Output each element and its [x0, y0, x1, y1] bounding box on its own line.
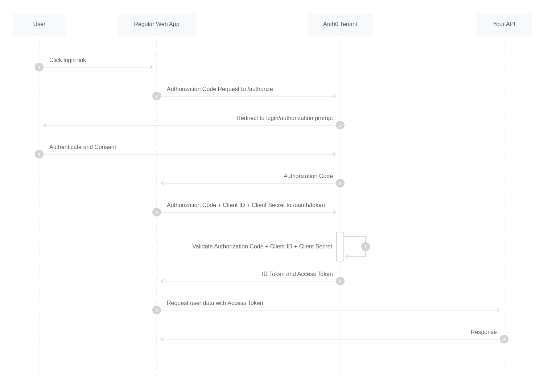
message-label-step-4: Authenticate and Consent [49, 144, 116, 150]
message-label-step-5: Authorization Code [284, 173, 333, 179]
message-label-step-9: Request user data with Access Token [167, 300, 263, 306]
svg-text:10: 10 [502, 337, 506, 341]
svg-text:8: 8 [339, 279, 341, 283]
svg-text:5: 5 [339, 181, 341, 185]
lane-label-api: Your API [493, 21, 515, 27]
lane-label-auth0: Auth0 Tenant [323, 21, 358, 27]
svg-text:7: 7 [364, 244, 367, 249]
svg-text:1: 1 [38, 65, 40, 69]
svg-text:6: 6 [156, 210, 158, 214]
message-label-step-8: ID Token and Access Token [262, 271, 333, 277]
message-label-step-3: Redirect to login/authorization prompt [236, 115, 333, 121]
sequence-diagram: UserRegular Web AppAuth0 TenantYour API1… [0, 0, 544, 392]
svg-text:2: 2 [156, 94, 158, 98]
message-label-step-10: Response [471, 329, 497, 335]
svg-text:4: 4 [38, 152, 41, 156]
lane-label-webapp: Regular Web App [134, 21, 179, 27]
svg-text:9: 9 [156, 308, 158, 312]
message-label-step-7: Validate Authorization Code + Client ID … [192, 243, 332, 249]
message-label-step-6: Authorization Code + Client ID + Client … [167, 202, 325, 208]
activation-auth0-step-7 [337, 232, 344, 261]
svg-text:3: 3 [339, 123, 341, 127]
message-label-step-1: Click login link [49, 57, 86, 63]
message-label-step-2: Authorization Code Request to /authorize [167, 86, 273, 92]
lane-label-user: User [33, 21, 46, 27]
